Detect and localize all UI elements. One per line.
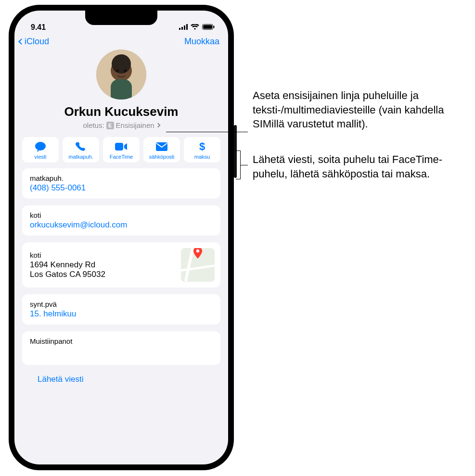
address-line1: 1694 Kennedy Rd bbox=[30, 260, 105, 270]
svg-point-13 bbox=[35, 142, 46, 150]
back-label: iCloud bbox=[25, 37, 49, 47]
email-label: koti bbox=[30, 211, 213, 219]
video-icon bbox=[115, 141, 128, 152]
email-value: orkucuksevim@icloud.com bbox=[30, 220, 213, 230]
send-message-link[interactable]: Lähetä viesti bbox=[22, 372, 220, 384]
facetime-button[interactable]: FaceTime bbox=[103, 137, 140, 163]
mail-label: sähköposti bbox=[149, 154, 175, 160]
default-line-label: Ensisijainen bbox=[116, 121, 154, 129]
notes-label: Muistiinpanot bbox=[30, 337, 213, 345]
address-text: koti 1694 Kennedy Rd Los Gatos CA 95032 bbox=[30, 251, 105, 279]
pay-label: maksu bbox=[194, 154, 210, 160]
call-button[interactable]: matkapuh. bbox=[63, 137, 99, 163]
phone-label: matkapuh. bbox=[30, 174, 213, 182]
callout-line-actions bbox=[241, 165, 248, 165]
svg-rect-10 bbox=[111, 79, 132, 100]
default-line-button[interactable]: oletus: E Ensisijainen bbox=[83, 121, 159, 129]
contact-header: Orkun Kucuksevim oletus: E Ensisijainen bbox=[14, 50, 228, 134]
svg-point-12 bbox=[124, 69, 127, 72]
map-pin-icon bbox=[193, 248, 203, 261]
phone-frame: 9.41 iCloud Muokkaa bbox=[9, 5, 234, 470]
birthday-card[interactable]: synt.pvä 15. helmikuu bbox=[22, 294, 220, 325]
mail-icon bbox=[156, 141, 167, 152]
mail-button[interactable]: sähköposti bbox=[143, 137, 180, 163]
svg-rect-14 bbox=[115, 143, 123, 150]
facetime-label: FaceTime bbox=[110, 154, 133, 160]
status-time: 9.41 bbox=[31, 23, 46, 32]
svg-point-11 bbox=[116, 69, 119, 72]
action-row: viesti matkapuh. FaceTime sähköposti bbox=[14, 134, 228, 168]
phone-icon bbox=[76, 141, 86, 152]
chevron-left-icon bbox=[18, 38, 25, 45]
callout-sim: Aseta ensisijainen linja puheluille ja t… bbox=[253, 88, 464, 131]
notch bbox=[85, 11, 157, 25]
svg-text:$: $ bbox=[199, 141, 205, 152]
address-line2: Los Gatos CA 95032 bbox=[30, 270, 105, 279]
battery-icon bbox=[202, 23, 215, 32]
default-prefix: oletus: bbox=[83, 121, 104, 129]
contact-name: Orkun Kucuksevim bbox=[64, 104, 179, 119]
svg-rect-2 bbox=[184, 25, 185, 30]
edit-button[interactable]: Muokkaa bbox=[184, 37, 219, 47]
dollar-icon: $ bbox=[199, 141, 205, 152]
birthday-label: synt.pvä bbox=[30, 300, 213, 308]
cellular-icon bbox=[179, 23, 188, 32]
back-button[interactable]: iCloud bbox=[19, 37, 49, 47]
address-label: koti bbox=[30, 251, 105, 259]
callout-line-sim bbox=[166, 132, 248, 132]
avatar-image bbox=[96, 50, 146, 100]
svg-rect-5 bbox=[203, 25, 212, 29]
sim-badge: E bbox=[106, 122, 114, 129]
wifi-icon bbox=[191, 23, 199, 32]
svg-point-17 bbox=[196, 249, 199, 252]
phone-card[interactable]: matkapuh. (408) 555-0061 bbox=[22, 168, 220, 199]
map-thumbnail[interactable] bbox=[181, 248, 215, 282]
email-card[interactable]: koti orkucuksevim@icloud.com bbox=[22, 205, 220, 236]
address-card[interactable]: koti 1694 Kennedy Rd Los Gatos CA 95032 bbox=[22, 242, 220, 288]
call-label: matkapuh. bbox=[68, 154, 93, 160]
svg-rect-6 bbox=[214, 26, 215, 28]
notes-card[interactable]: Muistiinpanot bbox=[22, 331, 220, 365]
callout-bracket-actions bbox=[236, 150, 241, 179]
pay-button[interactable]: $ maksu bbox=[184, 137, 220, 163]
message-icon bbox=[35, 141, 46, 152]
svg-rect-1 bbox=[181, 27, 183, 30]
avatar[interactable] bbox=[96, 50, 146, 100]
message-button[interactable]: viesti bbox=[22, 137, 59, 163]
callout-actions: Lähetä viesti, soita puhelu tai FaceTime… bbox=[253, 152, 460, 181]
status-indicators bbox=[179, 23, 215, 32]
screen: 9.41 iCloud Muokkaa bbox=[14, 11, 228, 464]
svg-point-9 bbox=[112, 54, 131, 74]
contact-details: matkapuh. (408) 555-0061 koti orkucuksev… bbox=[14, 168, 228, 464]
birthday-value: 15. helmikuu bbox=[30, 309, 213, 319]
phone-value: (408) 555-0061 bbox=[30, 183, 213, 193]
svg-rect-0 bbox=[179, 28, 180, 30]
chevron-right-icon bbox=[155, 123, 160, 128]
svg-rect-3 bbox=[186, 24, 188, 30]
nav-bar: iCloud Muokkaa bbox=[14, 33, 228, 50]
message-label: viesti bbox=[34, 154, 46, 160]
